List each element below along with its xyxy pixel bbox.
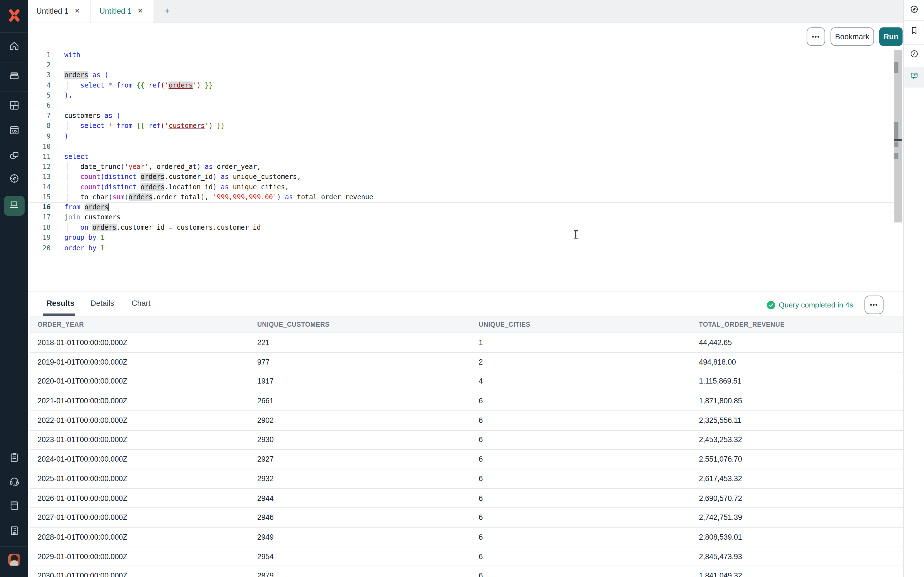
tab-close-icon[interactable]: ✕ — [74, 8, 80, 14]
table-cell: 2,690,570.72 — [692, 494, 903, 502]
line-number: 4 — [28, 80, 50, 90]
line-number: 20 — [28, 243, 50, 253]
user-avatar[interactable] — [8, 554, 20, 566]
line-number: 5 — [28, 90, 50, 101]
table-cell: 2944 — [250, 494, 472, 502]
code-text: with — [64, 50, 80, 60]
sidebar-item-inbox[interactable] — [4, 66, 24, 87]
code-line: 18 on orders.customer_id = customers.cus… — [28, 223, 903, 233]
code-line: 10 — [28, 141, 903, 152]
table-row[interactable]: 2029-01-01T00:00:00.000Z295462,845,473.9… — [31, 547, 903, 567]
table-row[interactable]: 2027-01-01T00:00:00.000Z294662,742,751.3… — [31, 508, 903, 528]
sql-editor[interactable]: 1with23orders as (4 select * from {{ ref… — [28, 49, 903, 291]
code-line: 2 — [28, 60, 903, 70]
rail-item-bookmarks[interactable] — [906, 23, 922, 40]
code-text: ) — [64, 131, 68, 141]
more-options-button[interactable]: ••• — [807, 27, 825, 45]
table-cell: 6 — [472, 494, 692, 502]
bookmark-button[interactable]: Bookmark — [830, 27, 874, 45]
tab-chart[interactable]: Chart — [132, 298, 151, 308]
table-row[interactable]: 2020-01-01T00:00:00.000Z191741,115,869.5… — [31, 372, 903, 392]
app-logo-icon[interactable] — [6, 7, 22, 24]
code-line: 3orders as ( — [28, 70, 903, 80]
sidebar-item-apps[interactable] — [4, 96, 24, 116]
rail-item-ai-assistant[interactable] — [906, 68, 922, 85]
sidebar-item-support[interactable] — [4, 472, 24, 493]
tab-close-icon[interactable]: ✕ — [137, 8, 143, 14]
table-cell: 6 — [472, 513, 692, 522]
sidebar-item-home[interactable] — [4, 37, 24, 57]
code-line: 16from orders — [28, 202, 903, 213]
line-number: 12 — [28, 162, 50, 172]
book-icon — [8, 500, 20, 514]
line-number: 17 — [28, 213, 50, 222]
table-cell: 977 — [250, 358, 472, 366]
table-row[interactable]: 2024-01-01T00:00:00.000Z292762,551,076.7… — [31, 450, 903, 469]
table-cell: 221 — [250, 338, 472, 347]
line-number: 9 — [28, 131, 50, 141]
code-line: 5), — [28, 90, 903, 101]
line-number: 2 — [28, 60, 50, 70]
query-status-text: Query completed in 4s — [779, 301, 853, 309]
compass-icon — [909, 4, 919, 17]
table-row[interactable]: 2022-01-01T00:00:00.000Z290262,325,556.1… — [31, 411, 903, 430]
table-cell: 44,442.65 — [692, 338, 903, 347]
rail-item-explore[interactable] — [906, 2, 922, 19]
code-line: 1with — [28, 50, 903, 60]
editor-tab-1[interactable]: Untitled 1✕ — [28, 0, 91, 22]
table-row[interactable]: 2030-01-01T00:00:00.000Z287961,841,049.3… — [31, 567, 903, 577]
right-rail — [903, 0, 924, 577]
code-text: count(distinct orders.customer_id) as un… — [64, 172, 301, 182]
tab-details[interactable]: Details — [90, 298, 114, 308]
code-text: group by 1 — [64, 233, 104, 243]
table-cell: 1 — [472, 338, 692, 347]
line-number: 13 — [28, 172, 50, 182]
code-line: 20order by 1 — [28, 243, 903, 253]
code-line: 12 date_trunc('year', ordered_at) as ord… — [28, 162, 903, 172]
code-line: 11select — [28, 152, 903, 162]
table-row[interactable]: 2025-01-01T00:00:00.000Z293262,617,453.3… — [31, 469, 903, 489]
sidebar-divider — [0, 62, 28, 63]
sidebar-item-tasks[interactable] — [4, 448, 24, 469]
table-cell: 2024-01-01T00:00:00.000Z — [31, 455, 250, 464]
table-cell: 2020-01-01T00:00:00.000Z — [31, 377, 250, 386]
table-row[interactable]: 2019-01-01T00:00:00.000Z9772494,818.00 — [31, 353, 903, 372]
table-row[interactable]: 2018-01-01T00:00:00.000Z221144,442.65 — [31, 333, 903, 353]
code-text: ), — [64, 90, 72, 101]
sidebar-item-code[interactable] — [4, 121, 24, 142]
code-text: select * from {{ ref('orders') }} — [64, 80, 213, 90]
table-cell: 2025-01-01T00:00:00.000Z — [31, 475, 250, 483]
ai-chat-icon — [909, 71, 919, 83]
table-row[interactable]: 2028-01-01T00:00:00.000Z294962,808,539.0… — [31, 528, 903, 547]
code-text: orders as ( — [64, 70, 108, 80]
sidebar-divider — [0, 91, 28, 92]
editor-scrollbar[interactable] — [894, 50, 902, 222]
code-text: join customers — [64, 213, 120, 222]
results-more-options-button[interactable]: ••• — [864, 296, 884, 314]
sidebar-item-organization[interactable] — [4, 522, 24, 542]
code-text: order by 1 — [64, 243, 104, 253]
home-icon — [8, 40, 20, 54]
rail-item-history[interactable] — [906, 47, 922, 64]
table-row[interactable]: 2023-01-01T00:00:00.000Z293062,453,253.3… — [31, 430, 903, 450]
sidebar-item-docs[interactable] — [4, 497, 24, 517]
table-cell: 2030-01-01T00:00:00.000Z — [31, 572, 250, 577]
sidebar-item-windows[interactable] — [4, 146, 24, 166]
table-cell: 6 — [472, 397, 692, 405]
results-table: ORDER_YEARUNIQUE_CUSTOMERSUNIQUE_CITIEST… — [30, 316, 903, 577]
table-row[interactable]: 2026-01-01T00:00:00.000Z294462,690,570.7… — [31, 488, 903, 508]
editor-tab-2[interactable]: Untitled 1✕ — [91, 0, 154, 22]
add-tab-button[interactable]: + — [162, 6, 172, 16]
tab-results[interactable]: Results — [46, 298, 74, 308]
line-number: 10 — [28, 141, 50, 152]
run-button[interactable]: Run — [879, 27, 903, 45]
terminal-laptop-icon — [8, 199, 20, 213]
sidebar-item-terminal[interactable] — [3, 196, 24, 216]
table-cell: 2,742,751.39 — [692, 513, 903, 522]
building-icon — [8, 525, 20, 539]
sidebar-item-explore[interactable] — [4, 170, 24, 190]
table-row[interactable]: 2021-01-01T00:00:00.000Z266161,871,800.8… — [31, 392, 903, 411]
line-number: 15 — [28, 192, 50, 202]
table-cell: 2023-01-01T00:00:00.000Z — [31, 436, 250, 444]
table-cell: 2927 — [250, 455, 472, 464]
